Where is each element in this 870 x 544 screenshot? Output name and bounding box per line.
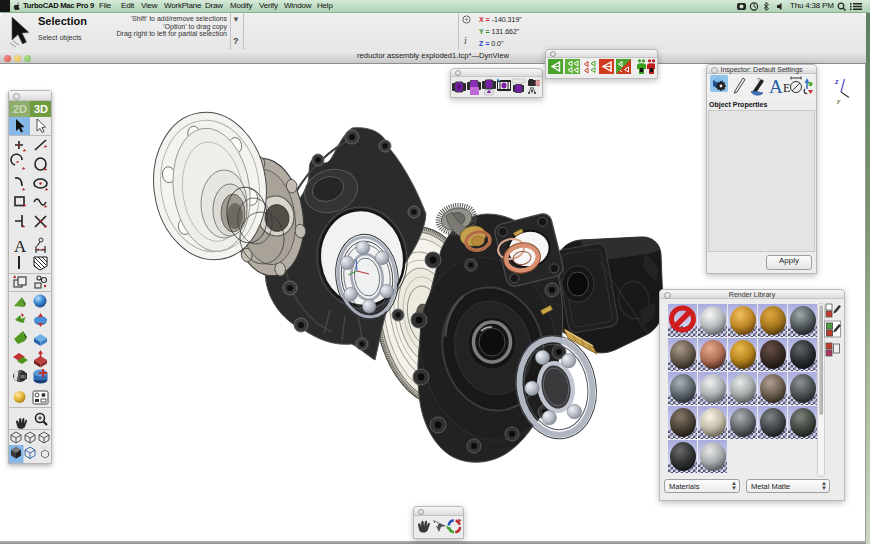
svg-text:E: E [783,81,790,95]
svg-text:3D: 3D [34,103,48,115]
svg-text:z: z [834,78,839,85]
svg-text:A: A [14,237,27,256]
svg-text:2D: 2D [13,103,27,115]
svg-text:y: y [836,98,841,104]
svg-text:A: A [769,76,783,97]
svg-text:3D: 3D [21,374,26,379]
